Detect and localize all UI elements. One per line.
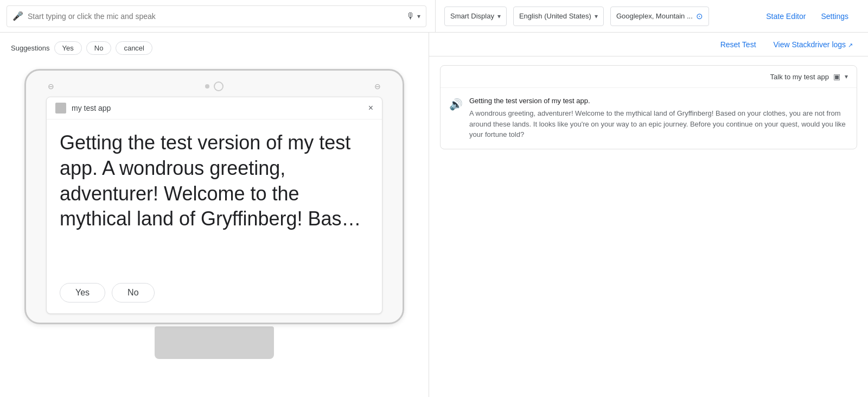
app-card-header: my test app ×	[47, 97, 382, 119]
language-dropdown-chevron: ▾	[595, 12, 598, 20]
query-input[interactable]	[28, 12, 402, 21]
app-card-body: Getting the test version of my test app.…	[47, 119, 382, 274]
device-camera	[205, 81, 224, 91]
no-chip[interactable]: No	[112, 283, 154, 303]
location-dropdown[interactable]: Googleplex, Mountain ... ⊙	[610, 7, 709, 26]
message-content: Getting the test version of my test app.…	[469, 97, 848, 140]
suggestion-yes[interactable]: Yes	[54, 41, 82, 55]
device-frame: ⊖ ⊖ my test app ×	[24, 69, 404, 324]
message-body: A wondrous greeting, adventurer! Welcome…	[469, 108, 848, 140]
state-editor-button[interactable]: State Editor	[762, 9, 810, 24]
device-camera-dot	[205, 84, 209, 89]
app-title-row: my test app	[55, 103, 111, 114]
mic-icon: 🎤	[12, 11, 23, 21]
location-dropdown-label: Googleplex, Mountain ...	[616, 12, 693, 20]
location-icon: ⊙	[696, 11, 703, 21]
view-stackdriver-label: View Stackdriver logs	[774, 40, 846, 49]
device-dropdown[interactable]: Smart Display ▾	[444, 7, 507, 26]
mic-alt-icon[interactable]: 🎙	[406, 11, 415, 21]
mic-input-wrapper: 🎤 🎙 ▾	[7, 5, 426, 27]
message-title: Getting the test version of my test app.	[469, 97, 848, 105]
suggestion-cancel[interactable]: cancel	[116, 41, 152, 55]
device-left-icon: ⊖	[48, 82, 54, 91]
speaker-icon: 🔊	[449, 98, 463, 111]
right-panel-top: Smart Display ▾ English (United States) …	[436, 7, 861, 26]
device-dropdown-label: Smart Display	[450, 12, 494, 20]
yes-chip[interactable]: Yes	[60, 283, 105, 303]
left-panel-top: 🎤 🎙 ▾	[7, 5, 435, 27]
suggestion-no[interactable]: No	[86, 41, 112, 55]
app-card: my test app × Getting the test version o…	[46, 97, 382, 314]
device-camera-circle	[214, 81, 224, 91]
talk-chevron[interactable]: ▾	[845, 73, 848, 80]
suggestions-label: Suggestions	[11, 44, 50, 52]
app-title: my test app	[72, 104, 111, 112]
top-bar: 🎤 🎙 ▾ Smart Display ▾ English (United St…	[0, 0, 868, 33]
ttta-message: 🔊 Getting the test version of my test ap…	[441, 88, 857, 149]
monitor-icon: ▣	[833, 72, 840, 81]
app-close-button[interactable]: ×	[368, 104, 373, 112]
app-card-footer: Yes No	[47, 274, 382, 313]
reset-test-button[interactable]: Reset Test	[716, 37, 761, 52]
right-panel-content: Talk to my test app ▣ ▾ 🔊 Getting the te…	[429, 56, 868, 397]
app-card-text: Getting the test version of my test app.…	[60, 130, 369, 232]
external-link-icon: ↗	[848, 42, 853, 48]
device-top-bar: ⊖ ⊖	[37, 81, 392, 91]
language-dropdown-label: English (United States)	[519, 12, 591, 20]
device-container: ⊖ ⊖ my test app ×	[11, 64, 418, 388]
talk-to-app-header: Talk to my test app ▣ ▾	[441, 66, 857, 88]
view-stackdriver-button[interactable]: View Stackdriver logs ↗	[769, 37, 857, 52]
chevron-down-icon[interactable]: ▾	[417, 12, 420, 20]
talk-to-app-container: Talk to my test app ▣ ▾ 🔊 Getting the te…	[440, 65, 857, 149]
right-panel: Reset Test View Stackdriver logs ↗ Talk …	[429, 33, 868, 397]
talk-to-app-label: Talk to my test app	[770, 73, 829, 81]
left-panel: Suggestions Yes No cancel ⊖ ⊖	[0, 33, 429, 397]
mic-right-icons: 🎙 ▾	[406, 11, 420, 21]
right-panel-toolbar: Reset Test View Stackdriver logs ↗	[429, 33, 868, 56]
language-dropdown[interactable]: English (United States) ▾	[513, 7, 604, 26]
device-dropdown-chevron: ▾	[497, 12, 501, 20]
device-stand	[155, 326, 274, 359]
device-right-icon: ⊖	[374, 82, 381, 91]
settings-button[interactable]: Settings	[816, 9, 853, 24]
main-content: Suggestions Yes No cancel ⊖ ⊖	[0, 33, 868, 397]
suggestions-row: Suggestions Yes No cancel	[11, 41, 418, 55]
app-icon	[55, 103, 66, 114]
